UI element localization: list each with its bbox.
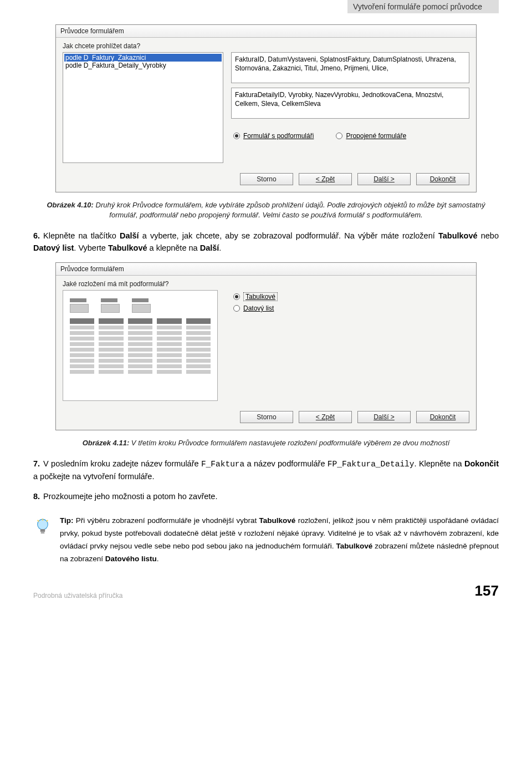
svg-rect-2 [41, 532, 45, 534]
list-item[interactable]: podle D_Faktura_Detaily_Vyrobky [64, 62, 222, 69]
list-item[interactable]: podle D_Faktury_Zakaznici [64, 54, 222, 62]
dialog-title: Průvodce formulářem [56, 25, 476, 38]
fields-sub-textbox[interactable]: FakturaDetailyID, Vyrobky, NazevVyrobku,… [231, 88, 469, 119]
finish-button[interactable]: Dokončit [416, 173, 469, 185]
layout-preview [63, 290, 218, 401]
next-button[interactable]: Další > [357, 411, 411, 423]
finish-button[interactable]: Dokončit [416, 411, 469, 423]
back-button[interactable]: < Zpět [299, 173, 352, 185]
radio-icon [336, 133, 342, 139]
radio-datasheet[interactable]: Datový list [233, 304, 469, 312]
step-8: 8.Prozkoumejte jeho možnosti a potom ho … [33, 491, 499, 503]
radio-form-with-subforms[interactable]: Formulář s podformuláři [233, 132, 314, 140]
radio-icon [233, 133, 240, 139]
dialog-title: Průvodce formulářem [56, 263, 476, 276]
next-button[interactable]: Další > [357, 173, 411, 185]
cancel-button[interactable]: Storno [240, 173, 293, 185]
figure-caption-4-10: Obrázek 4.10: Druhý krok Průvodce formul… [33, 200, 499, 220]
figure-caption-4-11: Obrázek 4.11: V třetím kroku Průvodce fo… [33, 438, 499, 448]
radio-icon [233, 305, 240, 312]
radio-tabular[interactable]: Tabulkové [233, 292, 469, 301]
step-6: 6.Klepněte na tlačítko Další a vyberte, … [33, 230, 499, 255]
page-footer: Podrobná uživatelská příručka 157 [33, 582, 499, 599]
form-wizard-dialog-2: Průvodce formulářem Jaké rozložení má mí… [55, 262, 477, 430]
form-wizard-dialog-1: Průvodce formulářem Jak chcete prohlížet… [55, 24, 477, 192]
svg-point-0 [38, 520, 48, 530]
radio-linked-forms[interactable]: Propojené formuláře [336, 132, 406, 140]
svg-rect-1 [40, 529, 45, 532]
wizard-question: Jak chcete prohlížet data? [63, 42, 469, 50]
source-listbox[interactable]: podle D_Faktury_Zakaznici podle D_Faktur… [63, 52, 223, 163]
fields-main-textbox[interactable]: FakturaID, DatumVystaveni, SplatnostFakt… [231, 52, 469, 83]
footer-left: Podrobná uživatelská příručka [33, 592, 122, 599]
lightbulb-icon [33, 517, 52, 536]
radio-icon [233, 293, 240, 300]
cancel-button[interactable]: Storno [240, 411, 293, 423]
section-title: Vytvoření formuláře pomocí průvodce [347, 0, 499, 13]
back-button[interactable]: < Zpět [299, 411, 352, 423]
page-header: Vytvoření formuláře pomocí průvodce [33, 0, 499, 13]
step-7: 7.V posledním kroku zadejte název formul… [33, 458, 499, 483]
page-number: 157 [475, 582, 499, 599]
wizard-question: Jaké rozložení má mít podformulář? [63, 280, 469, 288]
tip-callout: Tip: Při výběru zobrazení podformuláře j… [33, 515, 499, 566]
